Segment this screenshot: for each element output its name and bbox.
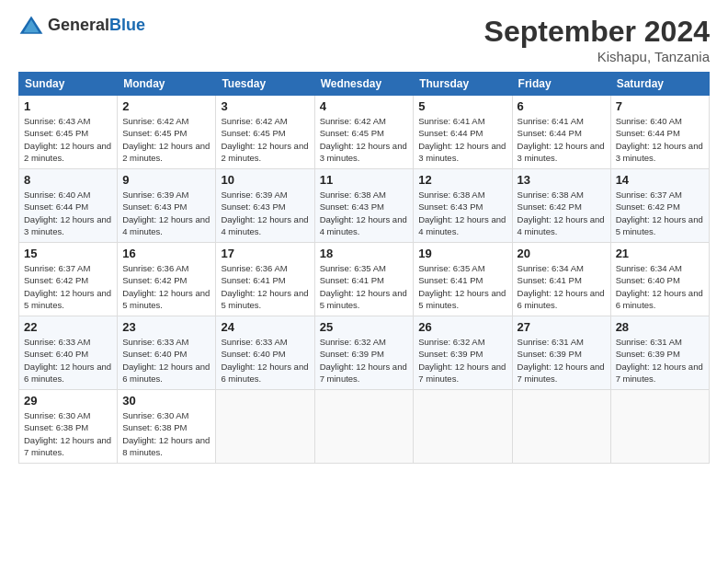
- day-number: 27: [518, 320, 606, 334]
- day-number: 7: [616, 99, 704, 113]
- day-number: 18: [320, 247, 409, 260]
- table-row: 27Sunrise: 6:31 AMSunset: 6:39 PMDayligh…: [512, 316, 610, 390]
- day-info: Sunrise: 6:41 AMSunset: 6:44 PMDaylight:…: [518, 116, 605, 163]
- day-info: Sunrise: 6:30 AMSunset: 6:38 PMDaylight:…: [24, 410, 111, 457]
- month-title: September 2024: [484, 15, 710, 49]
- day-number: 4: [320, 99, 409, 113]
- day-number: 9: [122, 173, 210, 187]
- table-row: 20Sunrise: 6:34 AMSunset: 6:41 PMDayligh…: [512, 243, 610, 316]
- table-row: 5Sunrise: 6:41 AMSunset: 6:44 PMDaylight…: [414, 96, 512, 169]
- day-info: Sunrise: 6:38 AMSunset: 6:43 PMDaylight:…: [418, 190, 506, 236]
- day-info: Sunrise: 6:30 AMSunset: 6:38 PMDaylight:…: [122, 410, 210, 457]
- day-info: Sunrise: 6:42 AMSunset: 6:45 PMDaylight:…: [320, 116, 407, 163]
- day-info: Sunrise: 6:35 AMSunset: 6:41 PMDaylight:…: [418, 263, 506, 310]
- day-info: Sunrise: 6:33 AMSunset: 6:40 PMDaylight:…: [24, 337, 111, 384]
- table-row: 30Sunrise: 6:30 AMSunset: 6:38 PMDayligh…: [118, 390, 216, 464]
- day-number: 5: [418, 99, 506, 113]
- day-number: 17: [221, 247, 309, 260]
- day-number: 30: [122, 394, 210, 408]
- day-info: Sunrise: 6:36 AMSunset: 6:42 PMDaylight:…: [122, 263, 210, 310]
- calendar-row-3: 15Sunrise: 6:37 AMSunset: 6:42 PMDayligh…: [19, 243, 710, 316]
- logo-icon: [18, 15, 44, 35]
- day-number: 13: [518, 173, 606, 187]
- day-number: 29: [24, 394, 112, 408]
- table-row: 23Sunrise: 6:33 AMSunset: 6:40 PMDayligh…: [118, 316, 216, 390]
- weekday-header-row: Sunday Monday Tuesday Wednesday Thursday…: [19, 73, 710, 96]
- day-number: 28: [616, 320, 704, 334]
- table-row: 14Sunrise: 6:37 AMSunset: 6:42 PMDayligh…: [610, 169, 709, 243]
- day-info: Sunrise: 6:38 AMSunset: 6:43 PMDaylight:…: [320, 190, 407, 236]
- calendar-table: Sunday Monday Tuesday Wednesday Thursday…: [18, 72, 710, 464]
- header-wednesday: Wednesday: [314, 73, 414, 96]
- day-number: 16: [122, 247, 210, 260]
- day-number: 15: [24, 247, 112, 260]
- day-number: 26: [418, 320, 506, 334]
- day-info: Sunrise: 6:40 AMSunset: 6:44 PMDaylight:…: [616, 116, 703, 163]
- table-row: 22Sunrise: 6:33 AMSunset: 6:40 PMDayligh…: [19, 316, 118, 390]
- header-thursday: Thursday: [414, 73, 512, 96]
- day-info: Sunrise: 6:41 AMSunset: 6:44 PMDaylight:…: [418, 116, 506, 163]
- header-monday: Monday: [118, 73, 216, 96]
- table-row: [216, 390, 314, 464]
- header-saturday: Saturday: [610, 73, 709, 96]
- day-info: Sunrise: 6:38 AMSunset: 6:42 PMDaylight:…: [518, 190, 605, 236]
- day-number: 12: [418, 173, 506, 187]
- day-info: Sunrise: 6:33 AMSunset: 6:40 PMDaylight:…: [122, 337, 210, 384]
- day-info: Sunrise: 6:40 AMSunset: 6:44 PMDaylight:…: [24, 190, 111, 236]
- day-number: 21: [616, 247, 704, 260]
- logo-general-text: General: [48, 16, 109, 34]
- table-row: 26Sunrise: 6:32 AMSunset: 6:39 PMDayligh…: [414, 316, 512, 390]
- table-row: 24Sunrise: 6:33 AMSunset: 6:40 PMDayligh…: [216, 316, 314, 390]
- header: GeneralBlue September 2024 Kishapu, Tanz…: [18, 15, 710, 64]
- table-row: 25Sunrise: 6:32 AMSunset: 6:39 PMDayligh…: [314, 316, 414, 390]
- table-row: 10Sunrise: 6:39 AMSunset: 6:43 PMDayligh…: [216, 169, 314, 243]
- table-row: 7Sunrise: 6:40 AMSunset: 6:44 PMDaylight…: [610, 96, 709, 169]
- calendar-row-1: 1Sunrise: 6:43 AMSunset: 6:45 PMDaylight…: [19, 96, 710, 169]
- location-title: Kishapu, Tanzania: [484, 49, 710, 64]
- table-row: 16Sunrise: 6:36 AMSunset: 6:42 PMDayligh…: [118, 243, 216, 316]
- table-row: 3Sunrise: 6:42 AMSunset: 6:45 PMDaylight…: [216, 96, 314, 169]
- table-row: [314, 390, 414, 464]
- day-info: Sunrise: 6:33 AMSunset: 6:40 PMDaylight:…: [221, 337, 308, 384]
- table-row: [610, 390, 709, 464]
- calendar-row-2: 8Sunrise: 6:40 AMSunset: 6:44 PMDaylight…: [19, 169, 710, 243]
- table-row: 19Sunrise: 6:35 AMSunset: 6:41 PMDayligh…: [414, 243, 512, 316]
- table-row: [512, 390, 610, 464]
- table-row: 15Sunrise: 6:37 AMSunset: 6:42 PMDayligh…: [19, 243, 118, 316]
- title-block: September 2024 Kishapu, Tanzania: [484, 15, 710, 64]
- day-number: 6: [518, 99, 606, 113]
- day-info: Sunrise: 6:32 AMSunset: 6:39 PMDaylight:…: [418, 337, 506, 384]
- table-row: 17Sunrise: 6:36 AMSunset: 6:41 PMDayligh…: [216, 243, 314, 316]
- table-row: 2Sunrise: 6:42 AMSunset: 6:45 PMDaylight…: [118, 96, 216, 169]
- day-info: Sunrise: 6:32 AMSunset: 6:39 PMDaylight:…: [320, 337, 407, 384]
- day-number: 1: [24, 99, 112, 113]
- table-row: 9Sunrise: 6:39 AMSunset: 6:43 PMDaylight…: [118, 169, 216, 243]
- day-info: Sunrise: 6:36 AMSunset: 6:41 PMDaylight:…: [221, 263, 308, 310]
- table-row: 11Sunrise: 6:38 AMSunset: 6:43 PMDayligh…: [314, 169, 414, 243]
- day-info: Sunrise: 6:39 AMSunset: 6:43 PMDaylight:…: [221, 190, 308, 236]
- table-row: 28Sunrise: 6:31 AMSunset: 6:39 PMDayligh…: [610, 316, 709, 390]
- header-sunday: Sunday: [19, 73, 118, 96]
- day-info: Sunrise: 6:31 AMSunset: 6:39 PMDaylight:…: [518, 337, 605, 384]
- day-info: Sunrise: 6:31 AMSunset: 6:39 PMDaylight:…: [616, 337, 703, 384]
- calendar-row-4: 22Sunrise: 6:33 AMSunset: 6:40 PMDayligh…: [19, 316, 710, 390]
- day-number: 23: [122, 320, 210, 334]
- day-number: 2: [122, 99, 210, 113]
- day-number: 25: [320, 320, 409, 334]
- table-row: 29Sunrise: 6:30 AMSunset: 6:38 PMDayligh…: [19, 390, 118, 464]
- day-number: 20: [518, 247, 606, 260]
- day-number: 22: [24, 320, 112, 334]
- day-info: Sunrise: 6:43 AMSunset: 6:45 PMDaylight:…: [24, 116, 111, 163]
- table-row: 1Sunrise: 6:43 AMSunset: 6:45 PMDaylight…: [19, 96, 118, 169]
- day-number: 24: [221, 320, 309, 334]
- day-info: Sunrise: 6:39 AMSunset: 6:43 PMDaylight:…: [122, 190, 210, 236]
- day-info: Sunrise: 6:42 AMSunset: 6:45 PMDaylight:…: [221, 116, 308, 163]
- day-number: 8: [24, 173, 112, 187]
- table-row: 13Sunrise: 6:38 AMSunset: 6:42 PMDayligh…: [512, 169, 610, 243]
- header-friday: Friday: [512, 73, 610, 96]
- table-row: 21Sunrise: 6:34 AMSunset: 6:40 PMDayligh…: [610, 243, 709, 316]
- day-number: 3: [221, 99, 309, 113]
- day-number: 10: [221, 173, 309, 187]
- table-row: 18Sunrise: 6:35 AMSunset: 6:41 PMDayligh…: [314, 243, 414, 316]
- day-number: 14: [616, 173, 704, 187]
